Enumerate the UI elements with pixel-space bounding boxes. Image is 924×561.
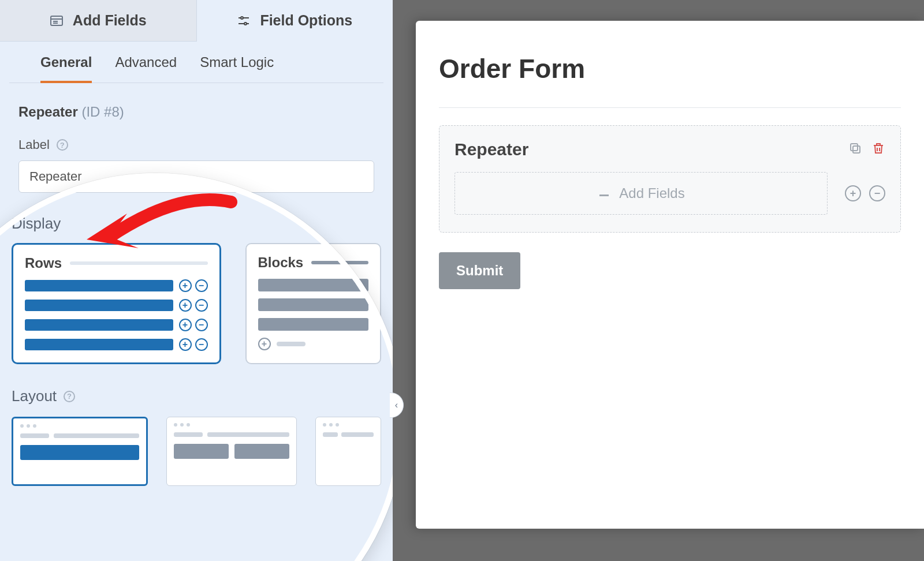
repeater-label: Repeater bbox=[454, 140, 528, 159]
tab-field-options-label: Field Options bbox=[260, 12, 352, 29]
sub-tabs: General Advanced Smart Logic bbox=[9, 42, 383, 83]
subtab-advanced[interactable]: Advanced bbox=[115, 54, 177, 83]
display-rows-title: Rows bbox=[25, 255, 62, 271]
display-blocks-title: Blocks bbox=[258, 255, 304, 271]
layout-options-row bbox=[0, 413, 393, 486]
plus-icon: + bbox=[258, 338, 271, 350]
svg-rect-9 bbox=[851, 144, 858, 151]
sidebar: Add Fields Field Options General Advance… bbox=[0, 0, 393, 561]
plus-icon: + bbox=[179, 319, 192, 331]
display-heading-text: Display bbox=[12, 215, 61, 233]
decorative-bar bbox=[70, 261, 208, 265]
svg-point-5 bbox=[241, 17, 243, 19]
form-title: Order Form bbox=[439, 53, 901, 84]
layout-heading-text: Layout bbox=[12, 387, 57, 405]
tab-add-fields[interactable]: Add Fields bbox=[0, 0, 197, 42]
plus-icon: + bbox=[179, 279, 192, 292]
minus-icon: − bbox=[195, 299, 208, 312]
top-tabs: Add Fields Field Options bbox=[0, 0, 393, 42]
download-icon bbox=[597, 185, 611, 202]
add-fields-dropzone[interactable]: Add Fields bbox=[454, 172, 828, 215]
label-input[interactable] bbox=[18, 160, 374, 193]
layout-section-title: Layout ? bbox=[0, 370, 393, 413]
layout-option-2[interactable] bbox=[166, 417, 297, 486]
tab-field-options[interactable]: Field Options bbox=[197, 0, 393, 42]
display-options-row: Rows +− +− +− +− Blocks + bbox=[0, 241, 393, 370]
svg-point-7 bbox=[244, 23, 247, 25]
help-icon[interactable]: ? bbox=[57, 139, 68, 151]
field-heading: Repeater (ID #8) bbox=[0, 83, 393, 126]
duplicate-icon[interactable] bbox=[848, 141, 862, 158]
minus-icon: − bbox=[195, 279, 208, 292]
form-fields-icon bbox=[50, 14, 64, 28]
preview-area: Order Form Repeater bbox=[393, 0, 924, 561]
subtab-smart-logic[interactable]: Smart Logic bbox=[200, 54, 274, 83]
plus-icon: + bbox=[179, 338, 192, 351]
decorative-bar bbox=[311, 261, 368, 264]
plus-icon: + bbox=[179, 299, 192, 312]
display-option-blocks[interactable]: Blocks + bbox=[245, 243, 381, 364]
field-id: (ID #8) bbox=[81, 104, 124, 119]
label-heading: Label bbox=[18, 137, 50, 152]
repeater-body: Add Fields + − bbox=[454, 172, 885, 215]
help-icon[interactable]: ? bbox=[64, 391, 75, 402]
repeater-remove-button[interactable]: − bbox=[869, 185, 885, 201]
subtab-general[interactable]: General bbox=[40, 54, 92, 83]
minus-icon: − bbox=[195, 338, 208, 351]
submit-button[interactable]: Submit bbox=[439, 252, 520, 289]
display-option-rows[interactable]: Rows +− +− +− +− bbox=[12, 243, 221, 364]
tab-add-fields-label: Add Fields bbox=[73, 12, 147, 29]
layout-option-3[interactable] bbox=[315, 417, 381, 486]
repeater-header: Repeater bbox=[454, 140, 885, 159]
trash-icon[interactable] bbox=[871, 141, 885, 158]
repeater-add-button[interactable]: + bbox=[845, 185, 861, 201]
divider bbox=[439, 107, 901, 108]
form-preview-card: Order Form Repeater bbox=[416, 21, 924, 529]
sliders-icon bbox=[237, 14, 251, 28]
svg-rect-8 bbox=[853, 146, 860, 153]
decorative-bar bbox=[277, 342, 305, 346]
repeater-field[interactable]: Repeater Add Fields bbox=[439, 125, 901, 233]
label-row: Label ? bbox=[0, 126, 393, 157]
minus-icon: − bbox=[195, 319, 208, 331]
layout-option-1[interactable] bbox=[12, 417, 148, 486]
add-fields-hint: Add Fields bbox=[619, 185, 684, 201]
field-type-name: Repeater bbox=[18, 104, 78, 119]
display-section-title: Display bbox=[0, 197, 393, 241]
